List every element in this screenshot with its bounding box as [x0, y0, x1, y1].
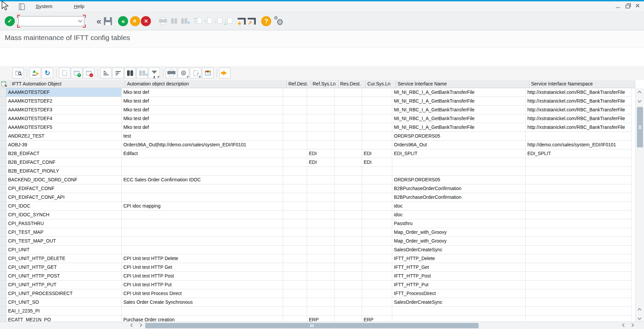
scroll-right-button[interactable] — [136, 322, 144, 329]
grid-cell[interactable] — [362, 106, 392, 114]
grid-cell[interactable] — [307, 141, 335, 149]
grid-cell[interactable] — [122, 211, 283, 219]
grid-cell[interactable]: Sales Order Create Synchronous — [122, 298, 283, 307]
column-header[interactable]: Ref.Dest. — [287, 80, 311, 88]
back-button[interactable]: « — [118, 16, 128, 26]
grid-cell[interactable] — [362, 167, 392, 176]
column-header[interactable]: Ref.Sys.Ln — [311, 80, 338, 88]
grid-cell[interactable] — [335, 141, 362, 149]
grid-cell[interactable]: http://xstratanickel.com/RBC_BankTransfe… — [526, 106, 632, 114]
grid-cell[interactable] — [283, 176, 307, 184]
grid-cell[interactable]: http://xstratanickel.com/RBC_BankTransfe… — [526, 114, 632, 123]
grid-cell[interactable] — [526, 289, 632, 298]
grid-cell[interactable] — [283, 202, 307, 211]
grid-cell[interactable]: idoc — [392, 211, 526, 219]
insert-row-button[interactable]: + — [71, 68, 82, 78]
grid-cell[interactable] — [526, 193, 632, 202]
grid-cell[interactable] — [362, 254, 392, 263]
grid-cell[interactable]: CPI idoc mapping — [122, 202, 283, 211]
grid-cell[interactable] — [362, 263, 392, 272]
sort-descending-button[interactable] — [112, 68, 124, 78]
last-page-button[interactable]: ↓ — [224, 17, 232, 25]
new-session-button[interactable]: ★ — [238, 18, 246, 25]
grid-cell[interactable]: CPI Unit test HTTP Get — [122, 263, 283, 272]
grid-cell[interactable] — [392, 167, 526, 176]
grid-cell[interactable] — [335, 132, 362, 141]
grid-cell[interactable] — [362, 298, 392, 307]
row-selector[interactable] — [0, 141, 6, 149]
grid-cell[interactable]: CPI_TEST_MAP — [6, 228, 122, 237]
grid-cell[interactable]: AAAMKOTESTDEF3 — [6, 106, 122, 114]
grid-cell[interactable] — [307, 237, 335, 246]
delete-row-button[interactable]: – — [83, 68, 94, 78]
grid-cell[interactable] — [283, 228, 307, 237]
grid-cell[interactable] — [122, 167, 283, 176]
grid-cell[interactable] — [362, 132, 392, 141]
grid-cell[interactable] — [307, 114, 335, 123]
grid-cell[interactable] — [283, 254, 307, 263]
row-selector[interactable] — [0, 158, 6, 167]
grid-cell[interactable]: AAAMKOTESTDEF5 — [6, 123, 122, 132]
row-selector[interactable] — [0, 176, 6, 184]
grid-cell[interactable] — [526, 281, 632, 289]
grid-cell[interactable]: EDI_SPLIT — [392, 149, 526, 158]
grid-cell[interactable] — [362, 202, 392, 211]
sort-ascending-button[interactable] — [100, 68, 112, 78]
choose-layout-button[interactable] — [202, 68, 213, 78]
find-next-button[interactable]: + — [136, 68, 148, 78]
grid-cell[interactable] — [307, 272, 335, 281]
grid-cell[interactable] — [335, 88, 362, 97]
grid-cell[interactable]: CPI_UNIT_SO — [6, 298, 122, 307]
column-header[interactable]: Automation object description — [125, 80, 287, 88]
grid-cell[interactable] — [307, 184, 335, 193]
help-button[interactable]: ? — [261, 16, 271, 26]
grid-cell[interactable] — [122, 184, 283, 193]
horizontal-scrollbar[interactable] — [0, 322, 644, 329]
grid-cell[interactable] — [307, 132, 335, 141]
grid-cell[interactable] — [283, 298, 307, 307]
grid-cell[interactable]: CPI_EDIFACT_CONF — [6, 184, 122, 193]
grid-cell[interactable]: AAAMKOTESTDEF2 — [6, 97, 122, 106]
grid-cell[interactable] — [526, 202, 632, 211]
grid-cell[interactable]: Mko test def — [122, 106, 283, 114]
grid-cell[interactable]: B2B_EDIFACT_PIONLY — [6, 167, 122, 176]
row-selector[interactable] — [0, 211, 6, 219]
grid-cell[interactable] — [283, 193, 307, 202]
row-selector[interactable] — [0, 272, 6, 281]
find-button[interactable] — [124, 68, 136, 78]
grid-cell[interactable] — [283, 289, 307, 298]
grid-cell[interactable] — [122, 307, 283, 316]
grid-cell[interactable] — [362, 211, 392, 219]
grid-cell[interactable] — [307, 219, 335, 228]
grid-cell[interactable] — [526, 219, 632, 228]
grid-cell[interactable] — [362, 281, 392, 289]
row-selector[interactable] — [0, 237, 6, 246]
grid-cell[interactable] — [526, 228, 632, 237]
grid-cell[interactable]: MI_NI_RBC_I_A_GetBankTransferFile — [392, 123, 526, 132]
grid-cell[interactable]: Edifact — [122, 149, 283, 158]
grid-cell[interactable] — [526, 246, 632, 254]
grid-cell[interactable] — [283, 97, 307, 106]
grid-cell[interactable]: B2B_EDIFACT_CONF — [6, 158, 122, 167]
grid-cell[interactable]: CPI_UNIT_HTTP_POST — [6, 272, 122, 281]
grid-cell[interactable] — [392, 307, 526, 316]
grid-cell[interactable] — [526, 167, 632, 176]
grid-cell[interactable] — [283, 88, 307, 97]
grid-cell[interactable] — [362, 88, 392, 97]
enter-check-button[interactable]: ✓ — [5, 16, 15, 26]
export-list-button[interactable] — [178, 68, 189, 78]
customize-layout-button[interactable]: ⚙⚙ — [274, 16, 283, 26]
row-selector[interactable] — [0, 202, 6, 211]
grid-cell[interactable] — [335, 106, 362, 114]
grid-cell[interactable]: Mko test def — [122, 88, 283, 97]
refresh-button[interactable]: ↻ — [42, 68, 53, 78]
grid-cell[interactable] — [526, 158, 632, 167]
grid-cell[interactable] — [283, 114, 307, 123]
grid-cell[interactable] — [362, 289, 392, 298]
grid-cell[interactable] — [362, 114, 392, 123]
scroll-right-button[interactable] — [628, 322, 636, 329]
grid-cell[interactable]: Passthru — [392, 219, 526, 228]
grid-cell[interactable]: IFTT_HTTP_Post — [392, 272, 526, 281]
grid-cell[interactable]: Mko test def — [122, 97, 283, 106]
grid-cell[interactable]: B2BPurchaseOrderConfirmation — [392, 184, 526, 193]
